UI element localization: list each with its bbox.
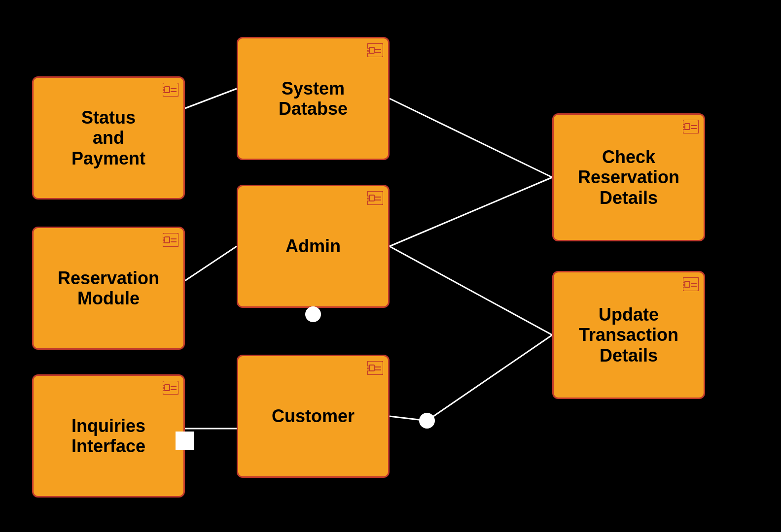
- inquiries-interface-box: Inquiries Interface: [32, 374, 185, 498]
- customer-dot: [419, 413, 435, 429]
- component-icon-8: [683, 277, 699, 291]
- svg-rect-30: [367, 48, 369, 50]
- svg-rect-23: [165, 385, 170, 391]
- update-transaction-details-box: Update Transaction Details: [552, 271, 705, 399]
- svg-line-1: [185, 246, 237, 281]
- admin-box: Admin: [237, 185, 390, 308]
- svg-rect-49: [683, 128, 685, 130]
- diagram-container: Status and Payment Reservation Module In…: [0, 0, 781, 532]
- svg-rect-42: [367, 366, 369, 368]
- svg-rect-13: [163, 91, 165, 93]
- svg-rect-48: [683, 125, 685, 127]
- system-databse-label: System Databse: [279, 78, 348, 119]
- inquiries-square: [176, 432, 194, 450]
- svg-rect-19: [163, 241, 165, 243]
- component-icon-6: [367, 361, 383, 375]
- system-databse-box: System Databse: [237, 37, 390, 160]
- status-payment-label: Status and Payment: [71, 107, 145, 168]
- update-transaction-label: Update Transaction Details: [579, 304, 678, 366]
- svg-rect-25: [163, 389, 165, 391]
- svg-line-5: [390, 177, 552, 246]
- svg-rect-17: [165, 237, 170, 243]
- reservation-module-box: Reservation Module: [32, 227, 185, 350]
- svg-rect-29: [369, 47, 374, 53]
- status-payment-box: Status and Payment: [32, 76, 185, 200]
- svg-rect-36: [367, 196, 369, 198]
- svg-rect-47: [685, 124, 690, 130]
- svg-line-3: [390, 99, 552, 177]
- component-icon-2: [163, 233, 178, 247]
- svg-rect-54: [683, 282, 685, 284]
- svg-line-8: [427, 335, 552, 421]
- check-reservation-details-box: Check Reservation Details: [552, 113, 705, 241]
- admin-label: Admin: [285, 236, 341, 256]
- svg-rect-43: [367, 369, 369, 371]
- component-icon-5: [367, 191, 383, 205]
- check-reservation-label: Check Reservation Details: [578, 147, 679, 208]
- customer-label: Customer: [272, 406, 355, 426]
- reservation-module-label: Reservation Module: [58, 268, 159, 309]
- component-icon-7: [683, 120, 699, 133]
- svg-rect-55: [683, 285, 685, 287]
- svg-rect-31: [367, 51, 369, 53]
- svg-rect-53: [685, 281, 690, 287]
- svg-rect-37: [367, 199, 369, 201]
- svg-rect-24: [163, 386, 165, 388]
- component-icon: [163, 83, 178, 97]
- svg-rect-35: [369, 195, 374, 201]
- svg-line-6: [390, 246, 552, 335]
- svg-rect-18: [163, 238, 165, 240]
- svg-line-0: [185, 89, 237, 108]
- svg-rect-11: [165, 87, 170, 93]
- component-icon-4: [367, 43, 383, 57]
- customer-box: Customer: [237, 355, 390, 478]
- component-icon-3: [163, 381, 178, 395]
- admin-dot: [305, 306, 321, 322]
- svg-rect-12: [163, 88, 165, 90]
- svg-rect-41: [369, 365, 374, 371]
- inquiries-interface-label: Inquiries Interface: [71, 416, 145, 457]
